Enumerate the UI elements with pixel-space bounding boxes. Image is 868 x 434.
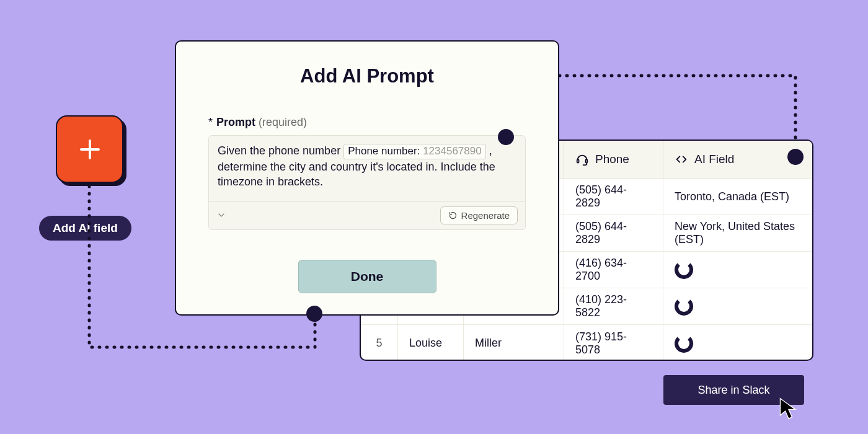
cell-phone: (731) 915-5078 — [564, 325, 663, 361]
cell-ai — [663, 325, 812, 361]
cell-first: Louise — [398, 325, 464, 361]
refresh-icon — [448, 211, 458, 220]
cell-phone: (505) 644-2829 — [564, 179, 663, 215]
cell-ai: Toronto, Canada (EST) — [663, 179, 812, 215]
prompt-input[interactable]: Given the phone number Phone number: 123… — [208, 135, 526, 230]
cell-ai — [663, 252, 812, 288]
loading-spinner-icon — [675, 297, 693, 316]
loading-spinner-icon — [675, 334, 693, 353]
add-ai-field-pill: Add AI field — [39, 216, 131, 241]
connector-dot — [787, 149, 804, 165]
column-header-phone[interactable]: Phone — [564, 141, 663, 178]
cell-phone: (416) 634-2700 — [564, 252, 663, 288]
regenerate-button[interactable]: Regenerate — [440, 206, 518, 224]
cell-phone: (410) 223-5822 — [564, 288, 663, 324]
code-icon — [675, 153, 688, 166]
prompt-text: Given the phone number Phone number: 123… — [209, 136, 525, 201]
prompt-footer: Regenerate — [209, 201, 525, 229]
cursor-icon — [778, 397, 799, 420]
cell-ai — [663, 288, 812, 324]
add-ai-prompt-modal: Add AI Prompt *Prompt (required) Given t… — [175, 40, 559, 316]
table-row: 5 Louise Miller (731) 915-5078 — [361, 325, 812, 361]
connector-dot — [498, 129, 514, 145]
svg-rect-0 — [577, 159, 579, 163]
column-header-phone-label: Phone — [595, 153, 629, 166]
svg-rect-1 — [586, 159, 588, 163]
loading-spinner-icon — [675, 260, 693, 279]
modal-title: Add AI Prompt — [208, 65, 526, 87]
variable-chip[interactable]: Phone number: 1234567890 — [343, 144, 486, 159]
cell-phone: (505) 644-2829 — [564, 215, 663, 251]
cell-ai: New York, United States (EST) — [663, 215, 812, 251]
plus-icon — [78, 137, 102, 162]
connector-dot — [306, 306, 322, 322]
prompt-field-label: *Prompt (required) — [208, 116, 526, 129]
cell-last: Miller — [464, 325, 564, 361]
chevron-down-icon[interactable] — [216, 210, 226, 220]
column-header-ai-label: AI Field — [694, 153, 734, 166]
headset-icon — [575, 153, 589, 166]
add-ai-field-button[interactable] — [56, 115, 123, 183]
done-button[interactable]: Done — [298, 260, 436, 293]
cell-index: 5 — [361, 325, 398, 361]
